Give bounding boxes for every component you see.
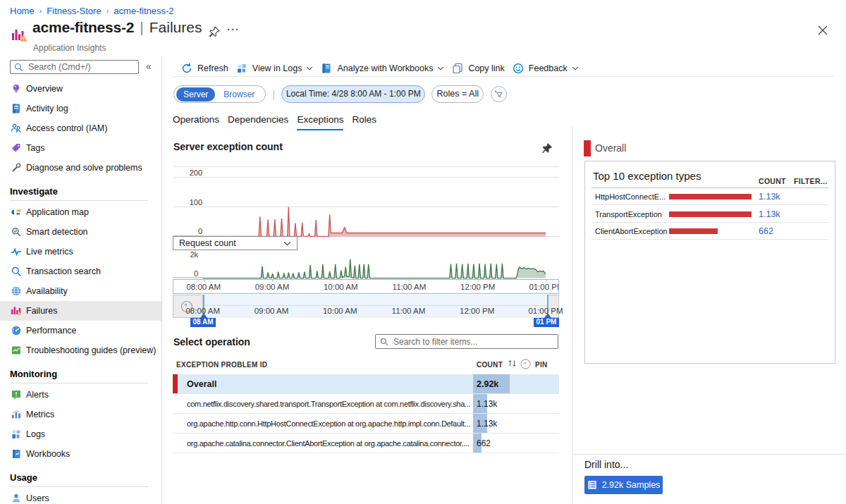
x-axis-tick	[341, 280, 341, 282]
tab-exceptions[interactable]: Exceptions	[297, 112, 343, 130]
sidebar-item-label: Overview	[26, 84, 63, 94]
sidebar-item-label: Tags	[26, 143, 44, 153]
brush-right-handle[interactable]	[544, 313, 551, 318]
samples-table-icon	[587, 480, 597, 490]
x-axis-label: 12:00 PM	[460, 283, 495, 291]
details-panel: Overall Top 10 exception types COUNT FIL…	[572, 127, 846, 504]
filter-icon[interactable]	[491, 86, 507, 102]
undo-icon[interactable]	[520, 358, 532, 370]
breadcrumb-separator: ›	[106, 6, 109, 15]
y-axis-label: 100	[181, 198, 202, 207]
sidebar-item-alerts[interactable]: Alerts	[0, 385, 161, 405]
sidebar-item-label: Users	[26, 493, 49, 503]
sidebar-item-label: Failures	[26, 306, 57, 316]
exception-count: 1.13k	[477, 394, 497, 414]
pivot-tabs: OperationsDependenciesExceptionsRoles	[173, 112, 376, 130]
toggle-server[interactable]: Server	[176, 87, 215, 102]
selected-row-accent	[173, 374, 178, 393]
sidebar-item-activity-log[interactable]: Activity log	[0, 99, 161, 118]
sort-icon[interactable]	[507, 359, 517, 368]
exception-row-overall[interactable]: Overall2.92k	[173, 374, 559, 394]
breadcrumb-home[interactable]: Home	[10, 6, 35, 16]
server-exception-chart	[173, 161, 559, 237]
sidebar-item-label: Activity log	[26, 104, 68, 113]
copy-link-icon	[452, 63, 463, 74]
sidebar-section-monitoring: Monitoring	[0, 364, 161, 383]
sidebar-item-diagnose-and-solve-problems[interactable]: Diagnose and solve problems	[0, 158, 161, 178]
sidebar-item-access-control-iam[interactable]: Access control (IAM)	[0, 118, 161, 138]
analyze-with-workbooks-button[interactable]: Analyze with Workbooks	[321, 63, 444, 74]
refresh-button[interactable]: Refresh	[181, 63, 228, 74]
view-in-logs-button[interactable]: View in Logs	[236, 63, 314, 74]
time-axis-labels: 08:00 AM09:00 AM10:00 AM11:00 AM12:00 PM…	[173, 279, 559, 294]
pin-icon[interactable]	[208, 26, 221, 39]
brush-end-tag[interactable]: 01 PM	[534, 318, 559, 327]
toolbar-button-label: Feedback	[529, 63, 568, 73]
sidebar-item-label: Diagnose and solve problems	[26, 163, 142, 173]
tags-icon	[11, 142, 22, 154]
sidebar-nav: OverviewActivity logAccess control (IAM)…	[0, 79, 161, 504]
tab-roles[interactable]: Roles	[352, 112, 376, 130]
close-icon[interactable]	[817, 25, 830, 37]
copy-link-button[interactable]: Copy link	[452, 63, 504, 74]
sidebar-search-input[interactable]	[27, 61, 135, 73]
tab-dependencies[interactable]: Dependencies	[228, 112, 288, 130]
breadcrumb-fitness-store[interactable]: Fitness-Store	[47, 6, 101, 16]
sidebar-item-metrics[interactable]: Metrics	[0, 405, 161, 424]
exception-row-3[interactable]: org.apache.catalina.connector.ClientAbor…	[173, 434, 559, 453]
exception-row-1[interactable]: com.netflix.discovery.shared.transport.T…	[173, 394, 559, 414]
chart-pin-icon[interactable]	[541, 142, 553, 154]
x-axis-label: 11:00 AM	[393, 283, 427, 291]
access-control-icon	[11, 123, 22, 134]
roles-pill[interactable]: Roles = All	[431, 85, 484, 103]
exception-type-count[interactable]: 1.13k	[759, 188, 780, 205]
filter-bar: Server Browser | Local Time: 4/28 8:00 A…	[173, 85, 507, 103]
sidebar-collapse-button[interactable]: «	[146, 61, 152, 72]
breadcrumb-acme-fitness-2[interactable]: acme-fitness-2	[114, 6, 173, 16]
samples-button-label: 2.92k Samples	[602, 480, 661, 490]
tab-operations[interactable]: Operations	[173, 112, 219, 130]
feedback-button[interactable]: Feedback	[513, 63, 579, 74]
sidebar-item-application-map[interactable]: Application map	[0, 202, 161, 222]
exception-type-bar	[669, 228, 718, 234]
more-actions-button[interactable]: ···	[227, 23, 240, 35]
exception-count: 2.92k	[477, 374, 498, 394]
sidebar-item-failures[interactable]: Failures	[0, 301, 161, 321]
exception-type-count[interactable]: 1.13k	[759, 206, 780, 223]
sidebar-item-logs[interactable]: Logs	[0, 424, 161, 444]
metric-dropdown[interactable]: Request count	[173, 236, 298, 250]
exception-type-count[interactable]: 662	[759, 223, 773, 240]
sidebar-item-label: Performance	[26, 326, 77, 336]
sidebar-item-users[interactable]: Users	[0, 488, 161, 504]
toolbar-button-label: Analyze with Workbooks	[337, 63, 433, 73]
time-range-pill[interactable]: Local Time: 4/28 8:00 AM - 1:00 PM	[281, 85, 425, 103]
metric-dropdown-value: Request count	[179, 238, 236, 248]
chevron-down-icon	[306, 66, 313, 70]
brush-left-handle[interactable]	[200, 313, 207, 318]
sidebar-item-smart-detection[interactable]: Smart detection	[0, 222, 161, 242]
sidebar-item-live-metrics[interactable]: Live metrics	[0, 242, 161, 262]
toolbar-button-label: Copy link	[468, 63, 504, 73]
operation-search	[375, 334, 558, 349]
sidebar-item-performance[interactable]: Performance	[0, 321, 161, 340]
sidebar-item-troubleshooting-guides-preview[interactable]: Troubleshooting guides (preview)	[0, 340, 161, 360]
sidebar-item-workbooks[interactable]: Workbooks	[0, 444, 161, 464]
brush-axis-label: 12:00 PM	[460, 307, 494, 315]
server-browser-toggle: Server Browser	[173, 85, 266, 103]
sidebar-item-tags[interactable]: Tags	[0, 138, 161, 158]
sidebar-section-divider	[10, 486, 148, 487]
samples-button[interactable]: 2.92k Samples	[584, 476, 663, 494]
brush-start-tag[interactable]: 08 AM	[190, 318, 216, 327]
sidebar-item-label: Availability	[26, 286, 68, 296]
toggle-browser[interactable]: Browser	[215, 90, 263, 99]
panel-bottom-divider	[573, 454, 846, 455]
activity-log-icon	[11, 103, 22, 114]
sidebar-item-availability[interactable]: Availability	[0, 281, 161, 301]
operation-search-input[interactable]	[392, 336, 553, 348]
sidebar-item-label: Troubleshooting guides (preview)	[26, 345, 156, 355]
sidebar-item-overview[interactable]: Overview	[0, 79, 161, 99]
request-count-chart	[173, 251, 559, 280]
sidebar-item-transaction-search[interactable]: Transaction search	[0, 262, 161, 281]
exception-table-header: EXCEPTION PROBLEM ID COUNT PIN	[173, 357, 559, 374]
exception-row-2[interactable]: org.apache.http.conn.HttpHostConnectExce…	[173, 414, 559, 434]
